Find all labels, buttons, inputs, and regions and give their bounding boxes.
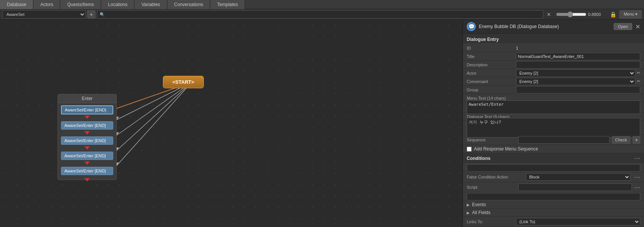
add-sequence-button[interactable]: +: [633, 136, 640, 144]
canvas-area[interactable]: <START> Enter AwareSet/Enter [END] Aware…: [0, 20, 462, 227]
list-item[interactable]: AwareSet/Enter [END]: [61, 105, 113, 114]
close-button[interactable]: ✕: [635, 23, 640, 30]
title-label: Title: [467, 54, 516, 59]
sequence-label: Sequence: [467, 138, 516, 142]
all-fields-row[interactable]: ▶ All Fields: [463, 209, 644, 217]
list-item[interactable]: AwareSet/Enter [END]: [61, 152, 113, 160]
title-input[interactable]: [516, 53, 640, 60]
clear-search-button[interactable]: ✕: [545, 10, 553, 19]
script-value-row: [463, 193, 644, 201]
red-arrow-icon: [84, 146, 90, 150]
add-response-checkbox[interactable]: [467, 147, 472, 152]
search-input[interactable]: [97, 10, 543, 19]
actor-row: Actor Enemy [2] ✏: [463, 69, 644, 77]
app-icon: 💬: [467, 22, 476, 31]
false-condition-select[interactable]: Block: [526, 173, 630, 181]
nav-locations[interactable]: Locations: [101, 0, 134, 9]
svg-line-3: [117, 82, 192, 135]
actor-label: Actor: [467, 71, 516, 75]
script-input[interactable]: [518, 183, 632, 191]
group-input[interactable]: [516, 86, 640, 94]
all-fields-label: All Fields: [472, 210, 491, 215]
menu-text-textarea[interactable]: AwareSet/Enter: [467, 100, 640, 114]
description-label: Description: [467, 63, 516, 67]
nav-conversations[interactable]: Conversations: [167, 0, 211, 9]
nav-actors[interactable]: Actors: [33, 0, 60, 9]
links-to-label: Links To:: [467, 219, 516, 224]
script-value-input[interactable]: [467, 193, 640, 200]
list-item[interactable]: AwareSet/Enter [END]: [61, 121, 113, 130]
enter-group-title: Enter: [58, 94, 116, 103]
zoom-slider[interactable]: [556, 11, 586, 17]
add-response-label: Add Response Menu Sequence: [474, 146, 538, 152]
sequence-input[interactable]: [518, 136, 610, 144]
zoom-controls: 0.8800: [556, 11, 607, 17]
red-arrow-icon: [84, 131, 90, 135]
top-nav-bar: Database Actors Quests/Items Locations V…: [0, 0, 644, 9]
conversant-label: Conversant: [467, 79, 516, 84]
list-item[interactable]: AwareSet/Enter [END]: [61, 136, 113, 145]
actor-select[interactable]: Enemy [2]: [516, 69, 635, 77]
conversant-edit-icon[interactable]: ✏: [637, 79, 640, 84]
group-label: Group: [467, 88, 516, 92]
conditions-input[interactable]: [467, 164, 640, 172]
red-arrow-icon: [84, 161, 90, 165]
svg-line-5: [117, 82, 192, 150]
menu-button[interactable]: Menu ▾: [619, 10, 642, 19]
script-row: Script ⋯: [463, 182, 644, 193]
menu-text-label: Menu Text (14 chars): [467, 96, 516, 100]
open-button[interactable]: Open: [614, 23, 632, 30]
group-row: Group: [463, 86, 644, 94]
list-item[interactable]: AwareSet/Enter [END]: [61, 167, 113, 175]
main-area: <START> Enter AwareSet/Enter [END] Aware…: [0, 20, 644, 227]
conditions-input-row: [463, 164, 644, 172]
all-fields-arrow-icon: ▶: [467, 211, 470, 215]
right-panel-header: 💬 Enemy Bubble DB (Dialogue Database) Op…: [463, 20, 644, 34]
conversant-select[interactable]: Enemy [2]: [516, 78, 635, 85]
id-value: 1: [516, 46, 640, 50]
false-condition-dots-icon[interactable]: ⋯: [634, 174, 640, 181]
conditions-header: Conditions ⋯: [463, 153, 644, 164]
events-arrow-icon: ▶: [467, 203, 470, 207]
red-arrow-icon: [84, 178, 90, 182]
script-menu-icon[interactable]: ⋯: [634, 184, 640, 191]
add-response-row: Add Response Menu Sequence: [463, 145, 644, 153]
dialogue-entry-title: Dialogue Entry: [463, 34, 644, 44]
toolbar: AwareSet + ✕ 0.8800 🔒 Menu ▾: [0, 9, 644, 20]
false-condition-label: False Condition Action: [467, 175, 524, 179]
actor-edit-icon[interactable]: ✏: [637, 70, 640, 75]
id-label: ID: [467, 46, 516, 50]
events-label: Events: [472, 202, 486, 207]
false-condition-row: False Condition Action Block ⋯: [463, 172, 644, 182]
links-to-select[interactable]: (Link To): [516, 218, 640, 225]
events-row[interactable]: ▶ Events: [463, 201, 644, 209]
nav-quests-items[interactable]: Quests/Items: [60, 0, 101, 9]
zoom-label: 0.8800: [588, 12, 607, 17]
dialogue-text-value-row: 거기 누구 있나?: [463, 121, 644, 135]
red-arrow-icon: [84, 116, 90, 119]
script-label: Script: [467, 185, 516, 189]
awareset-select[interactable]: AwareSet: [2, 10, 86, 19]
description-input[interactable]: [516, 61, 640, 69]
nav-variables[interactable]: Variables: [134, 0, 167, 9]
right-panel: 💬 Enemy Bubble DB (Dialogue Database) Op…: [462, 20, 644, 227]
description-row: Description: [463, 61, 644, 69]
start-node[interactable]: <START>: [163, 76, 204, 88]
app-title: Enemy Bubble DB (Dialogue Database): [479, 24, 611, 29]
id-row: ID 1: [463, 44, 644, 52]
sequence-row: Sequence Check +: [463, 135, 644, 145]
conditions-menu-icon[interactable]: ⋯: [634, 155, 640, 162]
svg-line-7: [117, 82, 192, 166]
add-conversation-button[interactable]: +: [87, 10, 95, 19]
check-button[interactable]: Check: [612, 136, 630, 144]
title-row: Title: [463, 52, 644, 61]
enter-group: Enter AwareSet/Enter [END] AwareSet/Ente…: [58, 94, 117, 180]
links-to-row: Links To: (Link To): [463, 217, 644, 227]
menu-text-value-row: AwareSet/Enter: [463, 102, 644, 113]
nav-templates[interactable]: Templates: [210, 0, 245, 9]
lock-icon[interactable]: 🔒: [608, 11, 618, 17]
conversant-row: Conversant Enemy [2] ✏: [463, 77, 644, 86]
nav-database[interactable]: Database: [0, 0, 33, 9]
conditions-label: Conditions: [467, 156, 491, 161]
